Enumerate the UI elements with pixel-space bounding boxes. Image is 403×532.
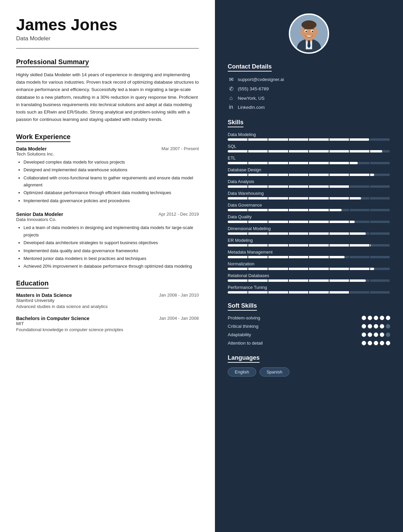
dot <box>374 324 378 328</box>
contact-icon: in <box>228 104 234 110</box>
skill-name: Data Warehousing <box>228 191 390 196</box>
contact-heading: Contact Details <box>228 63 272 72</box>
avatar <box>289 13 329 54</box>
languages-heading: Languages <box>228 354 260 363</box>
skill-bar-fill <box>228 221 355 223</box>
skill-bar-bg <box>228 244 390 247</box>
language-chip: Spanish <box>260 367 289 376</box>
list-item: Designed and implemented data warehouse … <box>24 166 199 173</box>
skill-name: ETL <box>228 156 390 161</box>
education-heading: Education <box>16 279 49 289</box>
skills-container: Data Modeling SQL ETL Database Design Da… <box>228 132 390 294</box>
edu-school: MIT <box>16 321 199 326</box>
skill-bar-fill <box>228 256 345 258</box>
list-item: Achieved 20% improvement in database per… <box>24 263 199 270</box>
skill-name: Data Quality <box>228 214 390 219</box>
skill-bar-fill <box>228 185 350 188</box>
skills-section: Skills Data Modeling SQL ETL Database De… <box>228 119 390 294</box>
list-item: Developed data architecture strategies t… <box>24 239 199 246</box>
job-item: Data Modeler Mar 2007 - Present Tech Sol… <box>16 146 199 205</box>
skill-bar-fill <box>228 232 366 235</box>
edu-item: Masters in Data Science Jan 2008 - Jan 2… <box>16 293 199 309</box>
dot <box>362 316 366 320</box>
list-item: Led a team of data modelers in designing… <box>24 224 199 238</box>
dot <box>380 316 384 320</box>
list-item: Collaborated with cross-functional teams… <box>24 174 199 189</box>
skill-name: Performance Tuning <box>228 285 390 290</box>
name-block: James Jones Data Modeler <box>16 16 199 42</box>
contact-item: ✉ support@cvdesigner.ai <box>228 76 390 83</box>
svg-point-10 <box>305 31 307 32</box>
skill-item: Data Governance <box>228 203 390 211</box>
skill-bar-fill <box>228 197 361 200</box>
contact-item: ✆ (555) 345-6789 <box>228 86 390 92</box>
skill-bar-bg <box>228 197 390 200</box>
soft-skill-item: Adaptability <box>228 332 390 337</box>
dot <box>386 316 390 320</box>
contact-icon: ✆ <box>228 86 234 92</box>
skill-bar-fill <box>228 244 371 247</box>
edu-item: Bachelors in Computer Science Jan 2004 -… <box>16 316 199 332</box>
dot <box>374 341 378 345</box>
skill-name: Metadata Management <box>228 250 390 255</box>
language-chip: English <box>228 367 256 376</box>
soft-skills-heading: Soft Skills <box>228 302 257 311</box>
skill-bar-bg <box>228 268 390 270</box>
summary-section: Professional Summary Highly skilled Data… <box>16 58 199 124</box>
edu-degree: Bachelors in Computer Science <box>16 316 89 321</box>
dot <box>386 324 390 328</box>
dot <box>362 332 366 337</box>
dots <box>362 341 390 345</box>
dot <box>362 324 366 328</box>
full-name: James Jones <box>16 16 199 34</box>
skill-item: Performance Tuning <box>228 285 390 294</box>
contact-value: NewYork, US <box>238 96 265 101</box>
contact-icon: ⌂ <box>228 95 234 101</box>
dot <box>368 341 372 345</box>
skill-item: Data Modeling <box>228 132 390 141</box>
right-column: Contact Details ✉ support@cvdesigner.ai … <box>215 0 403 532</box>
edu-container: Masters in Data Science Jan 2008 - Jan 2… <box>16 293 199 332</box>
skill-name: Database Design <box>228 167 390 172</box>
contact-item: in LinkedIn.com <box>228 104 390 110</box>
soft-skill-item: Critical thinking <box>228 324 390 329</box>
edu-school: Stanford University <box>16 298 199 303</box>
edu-dates: Jan 2008 - Jan 2010 <box>159 293 199 298</box>
skill-name: Dimensional Modeling <box>228 226 390 231</box>
skill-name: SQL <box>228 144 390 149</box>
svg-point-11 <box>312 31 313 32</box>
skill-bar-bg <box>228 221 390 223</box>
dot <box>368 332 372 337</box>
skill-name: Data Governance <box>228 203 390 208</box>
dots <box>362 332 390 337</box>
soft-skill-item: Problem-solving <box>228 315 390 320</box>
skill-bar-bg <box>228 150 390 152</box>
skill-bar-fill <box>228 279 366 282</box>
skill-bar-bg <box>228 279 390 282</box>
job-title-text: Senior Data Modeler <box>16 212 63 217</box>
skill-bar-fill <box>228 268 374 270</box>
skill-bar-bg <box>228 138 390 141</box>
lang-container: EnglishSpanish <box>228 367 390 376</box>
dot <box>386 332 390 337</box>
skill-name: Relational Databases <box>228 273 390 278</box>
contact-value: LinkedIn.com <box>238 105 265 110</box>
dot <box>380 332 384 337</box>
svg-point-7 <box>315 30 318 34</box>
left-column: James Jones Data Modeler Professional Su… <box>0 0 215 532</box>
soft-skill-name: Critical thinking <box>228 324 259 329</box>
languages-section: Languages EnglishSpanish <box>228 354 390 376</box>
soft-skill-name: Attention to detail <box>228 341 263 346</box>
header-divider <box>16 48 199 49</box>
skill-item: Data Warehousing <box>228 191 390 200</box>
edu-dates: Jan 2004 - Jan 2008 <box>159 316 199 321</box>
soft-skills-container: Problem-solving Critical thinking Adapta… <box>228 315 390 346</box>
skill-name: Normalization <box>228 261 390 266</box>
skill-bar-fill <box>228 162 358 164</box>
dot <box>386 341 390 345</box>
skill-bar-bg <box>228 209 390 211</box>
svg-point-5 <box>302 20 317 29</box>
job-company: Tech Solutions Inc. <box>16 151 199 157</box>
skill-bar-bg <box>228 174 390 176</box>
job-bullets: Developed complex data models for variou… <box>16 159 199 205</box>
